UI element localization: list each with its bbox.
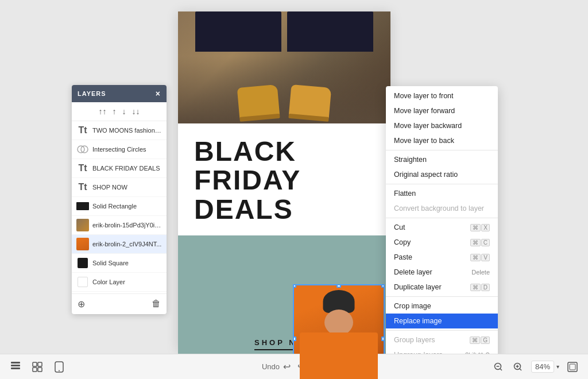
shortcut-paste: ⌘V bbox=[470, 254, 490, 261]
menu-item-duplicate[interactable]: Duplicate layer ⌘D bbox=[386, 280, 498, 295]
selected-image-overlay[interactable] bbox=[293, 284, 385, 379]
shortcut-copy: ⌘C bbox=[470, 239, 490, 246]
context-menu: Move layer to front Move layer forward M… bbox=[386, 86, 498, 379]
layers-list: Tt TWO MOONS fashion ... Intersecting Ci… bbox=[72, 121, 167, 293]
layer-item[interactable]: erik-brolin-2_cIV9J4NT... bbox=[72, 235, 167, 254]
svg-rect-6 bbox=[38, 362, 42, 366]
layers-title: LAYERS bbox=[78, 90, 106, 97]
shoe-right bbox=[289, 84, 332, 119]
phone-icon[interactable] bbox=[53, 361, 65, 373]
zoom-in-button[interactable] bbox=[512, 361, 524, 373]
move-down-btn[interactable]: ↓ bbox=[121, 106, 127, 117]
layers-header: LAYERS × bbox=[72, 85, 167, 102]
canvas-text-area: BLACK FRIDAY DEALS bbox=[178, 123, 390, 235]
layer-item[interactable]: Intersecting Circles bbox=[72, 140, 167, 159]
fullscreen-icon[interactable] bbox=[566, 361, 579, 373]
layers-close-button[interactable]: × bbox=[156, 90, 161, 98]
delete-layer-btn[interactable]: 🗑 bbox=[150, 297, 162, 311]
layer-name: erik-brolin-2_cIV9J4NT... bbox=[92, 241, 162, 247]
layers-footer: ⊕ 🗑 bbox=[72, 293, 167, 314]
svg-rect-4 bbox=[11, 362, 20, 363]
layer-thumb-color bbox=[76, 276, 89, 288]
handle-tr[interactable] bbox=[381, 284, 385, 288]
layer-thumb-solid bbox=[76, 200, 89, 212]
layer-item[interactable]: Tt TWO MOONS fashion ... bbox=[72, 121, 167, 140]
handle-mr[interactable] bbox=[381, 337, 385, 341]
menu-item-crop[interactable]: Crop image bbox=[386, 299, 498, 314]
menu-item-convert-bg: Convert background to layer bbox=[386, 201, 498, 216]
move-to-front-btn[interactable]: ↑↑ bbox=[98, 106, 108, 117]
layer-name: Intersecting Circles bbox=[92, 146, 162, 153]
move-to-back-btn[interactable]: ↓↓ bbox=[131, 106, 141, 117]
menu-item-aspect-ratio[interactable]: Original aspect ratio bbox=[386, 167, 498, 182]
svg-line-17 bbox=[520, 369, 521, 370]
layer-item[interactable]: erik-brolin-15dPd3jY0i4... bbox=[72, 216, 167, 235]
layer-name: Solid Square bbox=[92, 260, 162, 266]
layer-item[interactable]: Solid Rectangle bbox=[72, 197, 167, 216]
move-up-btn[interactable]: ↑ bbox=[111, 106, 118, 117]
circles-svg-icon bbox=[76, 143, 89, 156]
canvas-bottom: SHOP NOW bbox=[178, 235, 390, 362]
handle-ml[interactable] bbox=[293, 337, 296, 341]
svg-rect-2 bbox=[11, 365, 20, 366]
layer-item[interactable]: Color Layer bbox=[72, 273, 167, 292]
svg-rect-8 bbox=[38, 368, 42, 372]
svg-point-10 bbox=[59, 370, 60, 371]
menu-item-replace[interactable]: Replace image bbox=[386, 314, 498, 328]
svg-rect-7 bbox=[33, 368, 37, 372]
menu-item-copy[interactable]: Copy ⌘C bbox=[386, 235, 498, 250]
menu-item-move-backward[interactable]: Move layer backward bbox=[386, 118, 498, 133]
handle-tc[interactable] bbox=[336, 284, 341, 288]
shoe-left bbox=[237, 84, 280, 119]
layers-panel: LAYERS × ↑↑ ↑ ↓ ↓↓ Tt TWO MOONS fashion … bbox=[72, 85, 167, 314]
layer-thumb-text: Tt bbox=[76, 162, 89, 175]
menu-item-move-forward[interactable]: Move layer forward bbox=[386, 103, 498, 118]
layer-item[interactable]: Tt BLACK FRIDAY DEALS bbox=[72, 159, 167, 178]
design-canvas: BLACK FRIDAY DEALS SHOP NOW bbox=[178, 11, 390, 350]
menu-item-move-front[interactable]: Move layer to front bbox=[386, 88, 498, 103]
svg-line-13 bbox=[500, 369, 502, 370]
shortcut-duplicate: ⌘D bbox=[470, 284, 490, 291]
layer-thumb-text: Tt bbox=[76, 181, 89, 194]
menu-divider bbox=[386, 150, 498, 150]
menu-item-paste[interactable]: Paste ⌘V bbox=[386, 250, 498, 265]
layer-name: BLACK FRIDAY DEALS bbox=[92, 165, 162, 172]
bottom-bar-right: 84% ▾ bbox=[492, 361, 579, 373]
layer-thumb-image bbox=[76, 238, 89, 250]
menu-item-cut[interactable]: Cut ⌘X bbox=[386, 220, 498, 235]
bottom-bar-left bbox=[9, 361, 65, 373]
menu-item-delete-layer[interactable]: Delete layer Delete bbox=[386, 265, 498, 280]
zoom-out-button[interactable] bbox=[492, 361, 505, 373]
layer-name: TWO MOONS fashion ... bbox=[92, 127, 162, 134]
legs-silhouette bbox=[195, 11, 373, 52]
layer-name: Solid Rectangle bbox=[92, 203, 162, 210]
layer-name: erik-brolin-15dPd3jY0i4... bbox=[92, 222, 162, 229]
menu-item-move-back[interactable]: Move layer to back bbox=[386, 133, 498, 148]
layers-icon[interactable] bbox=[9, 361, 22, 373]
zoom-dropdown-icon[interactable]: ▾ bbox=[556, 363, 559, 370]
svg-rect-18 bbox=[568, 362, 577, 372]
zoom-value[interactable]: 84% bbox=[531, 361, 554, 373]
svg-rect-19 bbox=[570, 364, 575, 370]
canvas-heading: BLACK FRIDAY DEALS bbox=[194, 137, 374, 224]
undo-label: Undo bbox=[262, 362, 280, 371]
add-layer-btn[interactable]: ⊕ bbox=[76, 297, 86, 311]
undo-group: Undo ↩ bbox=[262, 361, 291, 372]
layer-item[interactable]: Tt SHOP NOW bbox=[72, 178, 167, 197]
handle-tl[interactable] bbox=[293, 284, 296, 288]
svg-rect-3 bbox=[11, 368, 20, 369]
undo-icon[interactable]: ↩ bbox=[283, 361, 291, 372]
bottom-bar: Undo ↩ ↪ Redo 84% ▾ bbox=[0, 354, 588, 379]
shoe-area bbox=[227, 72, 342, 118]
layer-thumb-image bbox=[76, 219, 89, 231]
layer-item[interactable]: Solid Square bbox=[72, 254, 167, 273]
svg-rect-5 bbox=[33, 362, 37, 366]
menu-item-straighten[interactable]: Straighten bbox=[386, 152, 498, 167]
menu-item-flatten[interactable]: Flatten bbox=[386, 186, 498, 201]
grid-icon[interactable] bbox=[31, 361, 44, 373]
canvas-top-photo bbox=[178, 11, 390, 123]
layer-name: SHOP NOW bbox=[92, 184, 162, 191]
zoom-control[interactable]: 84% ▾ bbox=[531, 361, 559, 373]
shortcut-delete: Delete bbox=[471, 269, 490, 276]
menu-divider-4 bbox=[386, 296, 498, 297]
